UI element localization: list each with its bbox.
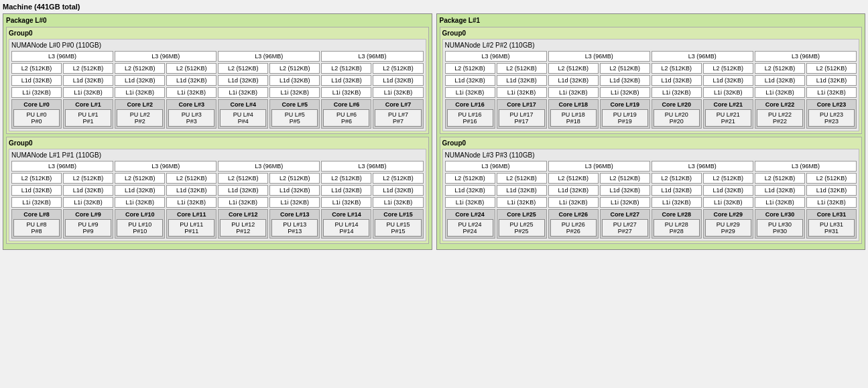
- l1i-row-2: L1i (32KB) L1i (32KB) L1i (32KB) L1i (32…: [445, 87, 857, 98]
- core-11: Core L#11 PU L#11P#11: [166, 209, 216, 239]
- l1d-row-1: L1d (32KB) L1d (32KB) L1d (32KB) L1d (32…: [11, 185, 424, 196]
- pu-5: PU L#5P#5: [271, 109, 318, 127]
- group-1-numa3-title: Group0: [442, 139, 860, 147]
- core-14: Core L#14 PU L#14P#14: [321, 209, 371, 239]
- pu-2: PU L#2P#2: [117, 109, 163, 127]
- l1d-row-0: L1d (32KB) L1d (32KB) L1d (32KB) L1d (32…: [11, 75, 424, 86]
- l1i-0-0: L1i (32KB): [11, 87, 62, 98]
- core-28: Core L#28 PU L#28P#28: [652, 209, 702, 239]
- core-15: Core L#15 PU L#15P#15: [373, 209, 423, 239]
- core-5: Core L#5 PU L#5P#5: [269, 99, 320, 129]
- numa-node-2: NUMANode L#2 P#2 (110GB) L3 (96MB) L3 (9…: [442, 39, 860, 131]
- machine-container: Package L#0 Group0 NUMANode L#0 P#0 (110…: [3, 13, 865, 250]
- core-21: Core L#21 PU L#21P#21: [703, 99, 753, 129]
- core-7: Core L#7 PU L#7P#7: [373, 99, 423, 129]
- group-0-numa1: Group0 NUMANode L#1 P#1 (110GB) L3 (96MB…: [6, 137, 429, 244]
- core-4: Core L#4 PU L#4P#4: [218, 99, 268, 129]
- l3-0-0: L3 (96MB): [11, 51, 113, 62]
- group-0-numa0: Group0 NUMANode L#0 P#0 (110GB) L3 (96MB…: [6, 27, 429, 134]
- l1i-0-3: L1i (32KB): [166, 87, 216, 98]
- core-27: Core L#27 PU L#27P#27: [600, 209, 650, 239]
- l1d-0-6: L1d (32KB): [321, 75, 371, 86]
- group-1-numa2: Group0 NUMANode L#2 P#2 (110GB) L3 (96MB…: [440, 27, 863, 134]
- package-0: Package L#0 Group0 NUMANode L#0 P#0 (110…: [3, 13, 432, 250]
- numa-2-label: NUMANode L#2 P#2 (110GB): [445, 42, 857, 49]
- l3-row-1: L3 (96MB) L3 (96MB) L3 (96MB) L3 (96MB): [11, 161, 424, 172]
- l3-row-3: L3 (96MB) L3 (96MB) L3 (96MB) L3 (96MB): [445, 161, 857, 172]
- l2-0-7: L2 (512KB): [373, 63, 423, 74]
- core-12: Core L#12 PU L#12P#12: [218, 209, 268, 239]
- l2-row-3: L2 (512KB) L2 (512KB) L2 (512KB) L2 (512…: [445, 173, 857, 184]
- numa-node-1: NUMANode L#1 P#1 (110GB) L3 (96MB) L3 (9…: [9, 149, 426, 241]
- l1i-0-1: L1i (32KB): [63, 87, 113, 98]
- core-31: Core L#31 PU L#31P#31: [806, 209, 857, 239]
- core-20: Core L#20 PU L#20P#20: [652, 99, 702, 129]
- l2-0-4: L2 (512KB): [218, 63, 268, 74]
- pu-6: PU L#6P#6: [323, 109, 369, 127]
- numa-0-label: NUMANode L#0 P#0 (110GB): [11, 42, 424, 49]
- l2-row-2: L2 (512KB) L2 (512KB) L2 (512KB) L2 (512…: [445, 63, 857, 74]
- cores-row-0: Core L#0 PU L#0P#0 Core L#1 PU L#1P#1 Co…: [11, 99, 424, 129]
- core-29: Core L#29 PU L#29P#29: [703, 209, 753, 239]
- core-10: Core L#10 PU L#10P#10: [115, 209, 165, 239]
- l1i-0-5: L1i (32KB): [269, 87, 320, 98]
- l2-0-0: L2 (512KB): [11, 63, 62, 74]
- numa-node-3: NUMANode L#3 P#3 (110GB) L3 (96MB) L3 (9…: [442, 149, 860, 241]
- l1d-0-1: L1d (32KB): [63, 75, 113, 86]
- l1d-0-5: L1d (32KB): [269, 75, 320, 86]
- group-1-numa3: Group0 NUMANode L#3 P#3 (110GB) L3 (96MB…: [440, 137, 863, 244]
- pu-0: PU L#0P#0: [13, 109, 60, 127]
- package-1: Package L#1 Group0 NUMANode L#2 P#2 (110…: [436, 13, 866, 250]
- core-2: Core L#2 PU L#2P#2: [115, 99, 165, 129]
- core-18: Core L#18 PU L#18P#18: [548, 99, 599, 129]
- core-23: Core L#23 PU L#23P#23: [806, 99, 857, 129]
- cores-row-1: Core L#8 PU L#8P#8 Core L#9 PU L#9P#9 Co…: [11, 209, 424, 239]
- core-19: Core L#19 PU L#19P#19: [600, 99, 650, 129]
- cores-row-2: Core L#16 PU L#16P#16 Core L#17 PU L#17P…: [445, 99, 857, 129]
- group-0-numa1-title: Group0: [9, 139, 426, 147]
- pu-4: PU L#4P#4: [220, 109, 266, 127]
- core-3: Core L#3 PU L#3P#3: [166, 99, 216, 129]
- core-13: Core L#13 PU L#13P#13: [269, 209, 320, 239]
- package-0-title: Package L#0: [6, 17, 429, 24]
- core-26: Core L#26 PU L#26P#26: [548, 209, 599, 239]
- core-0: Core L#0 PU L#0P#0: [11, 99, 62, 129]
- numa-3-label: NUMANode L#3 P#3 (110GB): [445, 151, 857, 159]
- core-22: Core L#22 PU L#22P#22: [755, 99, 805, 129]
- l2-0-6: L2 (512KB): [321, 63, 371, 74]
- core-24: Core L#24 PU L#24P#24: [445, 209, 495, 239]
- l1d-0-3: L1d (32KB): [166, 75, 216, 86]
- numa-1-label: NUMANode L#1 P#1 (110GB): [11, 151, 424, 159]
- l1i-row-1: L1i (32KB) L1i (32KB) L1i (32KB) L1i (32…: [11, 197, 424, 208]
- l3-0-1: L3 (96MB): [115, 51, 216, 62]
- l2-0-5: L2 (512KB): [269, 63, 320, 74]
- l3-0-2: L3 (96MB): [218, 51, 320, 62]
- l1i-0-4: L1i (32KB): [218, 87, 268, 98]
- pu-7: PU L#7P#7: [375, 109, 421, 127]
- l1i-0-7: L1i (32KB): [373, 87, 423, 98]
- core-25: Core L#25 PU L#25P#25: [497, 209, 547, 239]
- l3-row-0: L3 (96MB) L3 (96MB) L3 (96MB) L3 (96MB): [11, 51, 424, 62]
- group-0-numa0-title: Group0: [9, 29, 426, 37]
- l1i-row-3: L1i (32KB) L1i (32KB) L1i (32KB) L1i (32…: [445, 197, 857, 208]
- l1d-0-2: L1d (32KB): [115, 75, 165, 86]
- core-9: Core L#9 PU L#9P#9: [63, 209, 113, 239]
- core-30: Core L#30 PU L#30P#30: [755, 209, 805, 239]
- pu-1: PU L#1P#1: [65, 109, 111, 127]
- machine-title: Machine (441GB total): [3, 3, 865, 11]
- l1i-0-2: L1i (32KB): [115, 87, 165, 98]
- numa-node-0: NUMANode L#0 P#0 (110GB) L3 (96MB) L3 (9…: [9, 39, 426, 131]
- l1d-row-3: L1d (32KB) L1d (32KB) L1d (32KB) L1d (32…: [445, 185, 857, 196]
- core-1: Core L#1 PU L#1P#1: [63, 99, 113, 129]
- l2-0-3: L2 (512KB): [166, 63, 216, 74]
- l1i-0-6: L1i (32KB): [321, 87, 371, 98]
- l1d-row-2: L1d (32KB) L1d (32KB) L1d (32KB) L1d (32…: [445, 75, 857, 86]
- l1d-0-7: L1d (32KB): [373, 75, 423, 86]
- core-16: Core L#16 PU L#16P#16: [445, 99, 495, 129]
- l3-row-2: L3 (96MB) L3 (96MB) L3 (96MB) L3 (96MB): [445, 51, 857, 62]
- l2-row-1: L2 (512KB) L2 (512KB) L2 (512KB) L2 (512…: [11, 173, 424, 184]
- core-6: Core L#6 PU L#6P#6: [321, 99, 371, 129]
- l3-0-3: L3 (96MB): [321, 51, 423, 62]
- l2-0-1: L2 (512KB): [63, 63, 113, 74]
- l1d-0-4: L1d (32KB): [218, 75, 268, 86]
